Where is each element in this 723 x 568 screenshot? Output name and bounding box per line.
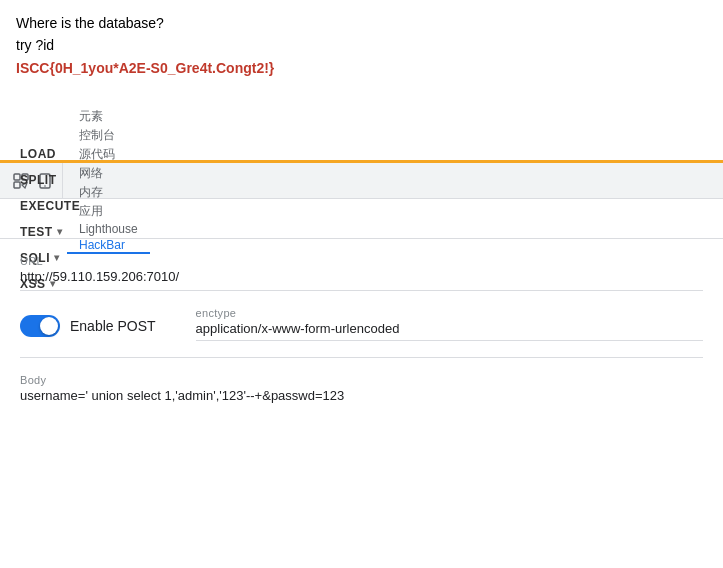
sqli-dropdown-arrow: ▾ <box>54 252 60 263</box>
enable-post-toggle[interactable] <box>20 315 60 337</box>
post-section: Enable POST enctype application/x-www-fo… <box>20 307 703 358</box>
body-label: Body <box>20 374 703 386</box>
test-dropdown-arrow: ▾ <box>57 226 63 237</box>
enctype-label: enctype <box>196 307 703 319</box>
devtools-tab-bar: 元素控制台源代码网络内存应用LighthouseHackBar <box>0 163 723 199</box>
tab-元素[interactable]: 元素 <box>67 108 150 127</box>
devtools-panel: 元素控制台源代码网络内存应用LighthouseHackBar LOADSPLI… <box>0 160 723 419</box>
enable-post-group: Enable POST <box>20 315 156 337</box>
body-section: Body username=' union select 1,'admin','… <box>20 374 703 403</box>
enctype-group: enctype application/x-www-form-urlencode… <box>196 307 703 341</box>
content-line-2: try ?id <box>16 34 707 56</box>
test-button[interactable]: TEST▾ <box>8 219 74 245</box>
hackbar-main: URL http://59.110.159.206:7010/ Enable P… <box>0 239 723 419</box>
load-button[interactable]: LOAD <box>8 141 68 167</box>
body-value[interactable]: username=' union select 1,'admin','123'-… <box>20 388 703 403</box>
content-flag: ISCC{0H_1you*A2E-S0_Gre4t.Congt2!} <box>16 57 707 79</box>
url-section: URL http://59.110.159.206:7010/ <box>20 255 703 291</box>
toggle-knob <box>40 317 58 335</box>
enctype-value[interactable]: application/x-www-form-urlencoded <box>196 321 703 341</box>
url-label: URL <box>20 255 703 267</box>
url-value[interactable]: http://59.110.159.206:7010/ <box>20 269 703 291</box>
split-button[interactable]: SPLIT <box>8 167 69 193</box>
execute-button[interactable]: EXECUTE <box>8 193 92 219</box>
content-line-1: Where is the database? <box>16 12 707 34</box>
enable-post-label: Enable POST <box>70 318 156 334</box>
